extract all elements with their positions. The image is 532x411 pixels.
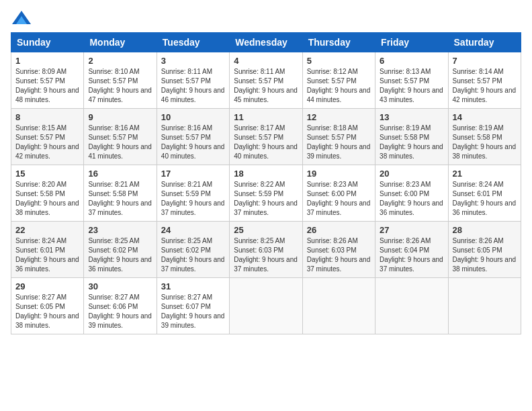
day-number: 5 bbox=[307, 56, 371, 66]
calendar-cell: 12Sunrise: 8:18 AMSunset: 5:57 PMDayligh… bbox=[302, 109, 375, 165]
day-number: 14 bbox=[453, 112, 517, 122]
day-info: Sunrise: 8:09 AMSunset: 5:57 PMDaylight:… bbox=[15, 67, 79, 105]
calendar-cell: 5Sunrise: 8:12 AMSunset: 5:57 PMDaylight… bbox=[302, 52, 375, 109]
day-info: Sunrise: 8:27 AMSunset: 6:05 PMDaylight:… bbox=[15, 293, 79, 330]
day-number: 11 bbox=[234, 112, 298, 122]
day-info: Sunrise: 8:19 AMSunset: 5:58 PMDaylight:… bbox=[453, 124, 517, 161]
day-number: 27 bbox=[380, 225, 443, 235]
day-number: 22 bbox=[15, 225, 79, 235]
day-number: 13 bbox=[380, 112, 443, 122]
day-info: Sunrise: 8:16 AMSunset: 5:57 PMDaylight:… bbox=[161, 124, 225, 161]
calendar-cell: 25Sunrise: 8:25 AMSunset: 6:03 PMDayligh… bbox=[230, 222, 302, 278]
calendar-week-row: 15Sunrise: 8:20 AMSunset: 5:58 PMDayligh… bbox=[11, 165, 521, 222]
day-header: Tuesday bbox=[157, 33, 229, 52]
day-number: 8 bbox=[15, 112, 79, 122]
day-info: Sunrise: 8:22 AMSunset: 5:59 PMDaylight:… bbox=[234, 180, 298, 218]
day-number: 28 bbox=[453, 225, 517, 235]
calendar-cell: 7Sunrise: 8:14 AMSunset: 5:57 PMDaylight… bbox=[448, 52, 521, 109]
day-header: Friday bbox=[375, 33, 448, 52]
calendar-week-row: 29Sunrise: 8:27 AMSunset: 6:05 PMDayligh… bbox=[11, 278, 521, 334]
logo-icon bbox=[12, 11, 31, 24]
day-header: Sunday bbox=[11, 33, 84, 52]
day-info: Sunrise: 8:20 AMSunset: 5:58 PMDaylight:… bbox=[15, 180, 79, 218]
calendar-cell: 22Sunrise: 8:24 AMSunset: 6:01 PMDayligh… bbox=[11, 222, 84, 278]
day-number: 26 bbox=[307, 225, 371, 235]
day-info: Sunrise: 8:23 AMSunset: 6:00 PMDaylight:… bbox=[307, 180, 371, 218]
day-info: Sunrise: 8:25 AMSunset: 6:03 PMDaylight:… bbox=[234, 236, 298, 274]
calendar-cell: 11Sunrise: 8:17 AMSunset: 5:57 PMDayligh… bbox=[230, 109, 302, 165]
calendar-cell: 19Sunrise: 8:23 AMSunset: 6:00 PMDayligh… bbox=[302, 165, 375, 222]
day-number: 17 bbox=[161, 169, 225, 179]
day-number: 29 bbox=[15, 281, 79, 291]
day-info: Sunrise: 8:21 AMSunset: 5:58 PMDaylight:… bbox=[88, 180, 152, 218]
day-number: 24 bbox=[161, 225, 225, 235]
logo bbox=[11, 11, 31, 24]
day-header: Monday bbox=[84, 33, 157, 52]
day-info: Sunrise: 8:24 AMSunset: 6:01 PMDaylight:… bbox=[15, 236, 79, 274]
calendar-cell bbox=[230, 278, 302, 334]
calendar-cell: 20Sunrise: 8:23 AMSunset: 6:00 PMDayligh… bbox=[375, 165, 448, 222]
day-info: Sunrise: 8:24 AMSunset: 6:01 PMDaylight:… bbox=[453, 180, 517, 218]
calendar-cell: 30Sunrise: 8:27 AMSunset: 6:06 PMDayligh… bbox=[84, 278, 157, 334]
calendar-cell: 29Sunrise: 8:27 AMSunset: 6:05 PMDayligh… bbox=[11, 278, 84, 334]
calendar-cell: 1Sunrise: 8:09 AMSunset: 5:57 PMDaylight… bbox=[11, 52, 84, 109]
day-number: 18 bbox=[234, 169, 298, 179]
day-info: Sunrise: 8:23 AMSunset: 6:00 PMDaylight:… bbox=[380, 180, 443, 218]
day-number: 9 bbox=[88, 112, 152, 122]
day-info: Sunrise: 8:12 AMSunset: 5:57 PMDaylight:… bbox=[307, 67, 371, 105]
calendar-cell: 4Sunrise: 8:11 AMSunset: 5:57 PMDaylight… bbox=[230, 52, 302, 109]
calendar-cell: 27Sunrise: 8:26 AMSunset: 6:04 PMDayligh… bbox=[375, 222, 448, 278]
calendar-cell: 28Sunrise: 8:26 AMSunset: 6:05 PMDayligh… bbox=[448, 222, 521, 278]
day-number: 7 bbox=[453, 56, 517, 66]
day-number: 3 bbox=[161, 56, 225, 66]
day-number: 16 bbox=[88, 169, 152, 179]
day-number: 31 bbox=[161, 281, 225, 291]
page-header bbox=[11, 11, 521, 24]
calendar-week-row: 22Sunrise: 8:24 AMSunset: 6:01 PMDayligh… bbox=[11, 222, 521, 278]
calendar-cell: 10Sunrise: 8:16 AMSunset: 5:57 PMDayligh… bbox=[157, 109, 229, 165]
day-info: Sunrise: 8:25 AMSunset: 6:02 PMDaylight:… bbox=[88, 236, 152, 274]
day-number: 2 bbox=[88, 56, 152, 66]
calendar-cell: 17Sunrise: 8:21 AMSunset: 5:59 PMDayligh… bbox=[157, 165, 229, 222]
day-number: 23 bbox=[88, 225, 152, 235]
day-info: Sunrise: 8:14 AMSunset: 5:57 PMDaylight:… bbox=[453, 67, 517, 105]
calendar-cell: 31Sunrise: 8:27 AMSunset: 6:07 PMDayligh… bbox=[157, 278, 229, 334]
calendar-cell: 24Sunrise: 8:25 AMSunset: 6:02 PMDayligh… bbox=[157, 222, 229, 278]
day-info: Sunrise: 8:16 AMSunset: 5:57 PMDaylight:… bbox=[88, 124, 152, 161]
day-number: 20 bbox=[380, 169, 443, 179]
day-info: Sunrise: 8:26 AMSunset: 6:05 PMDaylight:… bbox=[453, 236, 517, 274]
day-header: Wednesday bbox=[230, 33, 302, 52]
calendar-week-row: 8Sunrise: 8:15 AMSunset: 5:57 PMDaylight… bbox=[11, 109, 521, 165]
day-info: Sunrise: 8:19 AMSunset: 5:58 PMDaylight:… bbox=[380, 124, 443, 161]
calendar-header-row: SundayMondayTuesdayWednesdayThursdayFrid… bbox=[11, 33, 521, 52]
calendar-cell: 13Sunrise: 8:19 AMSunset: 5:58 PMDayligh… bbox=[375, 109, 448, 165]
day-info: Sunrise: 8:26 AMSunset: 6:04 PMDaylight:… bbox=[380, 236, 443, 274]
day-number: 6 bbox=[380, 56, 443, 66]
calendar-cell bbox=[302, 278, 375, 334]
day-number: 25 bbox=[234, 225, 298, 235]
day-info: Sunrise: 8:11 AMSunset: 5:57 PMDaylight:… bbox=[161, 67, 225, 105]
calendar-cell: 2Sunrise: 8:10 AMSunset: 5:57 PMDaylight… bbox=[84, 52, 157, 109]
calendar-table: SundayMondayTuesdayWednesdayThursdayFrid… bbox=[11, 32, 521, 334]
day-number: 15 bbox=[15, 169, 79, 179]
day-number: 10 bbox=[161, 112, 225, 122]
day-number: 12 bbox=[307, 112, 371, 122]
day-info: Sunrise: 8:27 AMSunset: 6:07 PMDaylight:… bbox=[161, 293, 225, 330]
day-info: Sunrise: 8:21 AMSunset: 5:59 PMDaylight:… bbox=[161, 180, 225, 218]
day-info: Sunrise: 8:17 AMSunset: 5:57 PMDaylight:… bbox=[234, 124, 298, 161]
calendar-cell: 21Sunrise: 8:24 AMSunset: 6:01 PMDayligh… bbox=[448, 165, 521, 222]
calendar-cell bbox=[375, 278, 448, 334]
day-header: Thursday bbox=[302, 33, 375, 52]
calendar-cell: 26Sunrise: 8:26 AMSunset: 6:03 PMDayligh… bbox=[302, 222, 375, 278]
day-info: Sunrise: 8:27 AMSunset: 6:06 PMDaylight:… bbox=[88, 293, 152, 330]
day-info: Sunrise: 8:26 AMSunset: 6:03 PMDaylight:… bbox=[307, 236, 371, 274]
day-number: 21 bbox=[453, 169, 517, 179]
calendar-cell: 23Sunrise: 8:25 AMSunset: 6:02 PMDayligh… bbox=[84, 222, 157, 278]
calendar-cell: 18Sunrise: 8:22 AMSunset: 5:59 PMDayligh… bbox=[230, 165, 302, 222]
day-info: Sunrise: 8:10 AMSunset: 5:57 PMDaylight:… bbox=[88, 67, 152, 105]
calendar-cell: 3Sunrise: 8:11 AMSunset: 5:57 PMDaylight… bbox=[157, 52, 229, 109]
day-number: 30 bbox=[88, 281, 152, 291]
calendar-cell: 9Sunrise: 8:16 AMSunset: 5:57 PMDaylight… bbox=[84, 109, 157, 165]
day-info: Sunrise: 8:15 AMSunset: 5:57 PMDaylight:… bbox=[15, 124, 79, 161]
calendar-cell: 8Sunrise: 8:15 AMSunset: 5:57 PMDaylight… bbox=[11, 109, 84, 165]
